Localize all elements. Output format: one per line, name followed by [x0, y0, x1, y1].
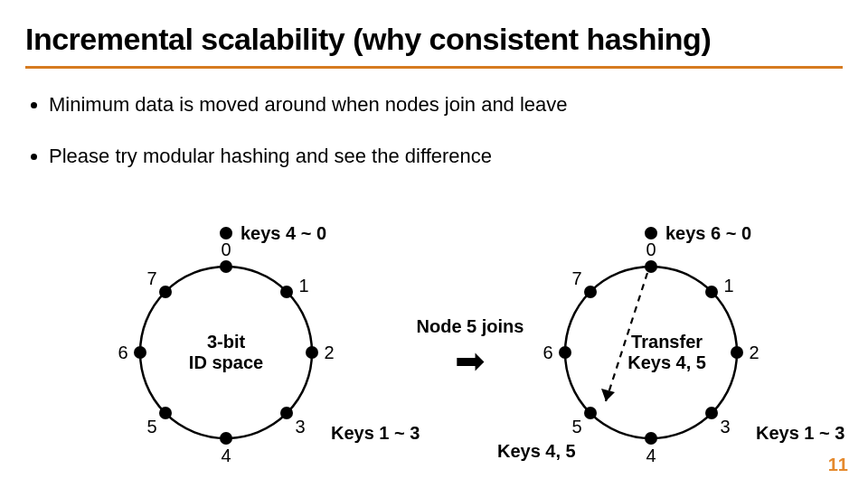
ring-node-label: 1 [298, 276, 308, 296]
ring-node-2 [306, 346, 318, 359]
ring-node-label: 4 [646, 446, 656, 466]
ring-center-label: Transfer Keys 4, 5 [627, 332, 706, 373]
ring-node-label: 0 [221, 239, 231, 260]
ring-node-label: 5 [571, 417, 581, 437]
ring-node-7 [584, 286, 597, 298]
ring-node-label: 6 [542, 343, 552, 363]
callout-side-left: Keys 1 ~ 3 [331, 423, 420, 444]
ring-node-label: 4 [221, 446, 231, 466]
callout-dot [645, 227, 657, 239]
callout-bottom-right: Keys 4, 5 [497, 441, 576, 462]
diagram-area: 3-bit ID space 0 1 2 3 4 5 6 7 keys 4 ~ … [0, 208, 868, 479]
callout-dot [220, 227, 232, 239]
ring-node-6 [134, 346, 146, 359]
title-rule [25, 66, 843, 69]
ring-node-6 [559, 346, 571, 359]
ring-node-label: 2 [324, 343, 334, 363]
callout-side-right: Keys 1 ~ 3 [756, 423, 844, 444]
ring-node-label: 1 [723, 276, 733, 296]
ring-node-7 [159, 286, 172, 298]
ring-node-4 [645, 432, 657, 445]
ring-node-label: 7 [146, 268, 156, 289]
ring-node-0 [645, 260, 657, 273]
ring-center-label: 3-bit ID space [189, 332, 263, 373]
ring-node-0 [220, 260, 232, 273]
page-title: Incremental scalability (why consistent … [25, 22, 843, 57]
ring-node-1 [280, 286, 293, 298]
bullet-item: Please try modular hashing and see the d… [49, 144, 843, 170]
bullet-list: Minimum data is moved around when nodes … [25, 92, 843, 169]
transition-block: Node 5 joins ➡ [398, 316, 542, 379]
ring-before: 3-bit ID space 0 1 2 3 4 5 6 7 [127, 253, 326, 452]
ring-node-3 [705, 407, 718, 419]
ring-node-4 [220, 432, 232, 445]
ring-node-label: 5 [146, 417, 156, 437]
transfer-arrow-head [601, 389, 615, 401]
ring-node-label: 6 [118, 343, 127, 363]
ring-node-2 [731, 346, 743, 359]
page-number: 11 [828, 455, 848, 475]
ring-node-label: 0 [646, 239, 656, 260]
ring-node-label: 3 [720, 417, 730, 437]
ring-node-3 [280, 407, 293, 419]
ring-node-5 [159, 407, 172, 419]
ring-node-label: 3 [295, 417, 305, 437]
ring-node-label: 2 [749, 343, 759, 363]
arrow-right-icon: ➡ [398, 343, 542, 379]
ring-node-label: 7 [571, 268, 581, 289]
callout-top-right: keys 6 ~ 0 [665, 223, 751, 244]
ring-node-5 [584, 407, 597, 419]
bullet-item: Minimum data is moved around when nodes … [49, 92, 843, 118]
callout-top-left: keys 4 ~ 0 [241, 223, 326, 244]
ring-after: Transfer Keys 4, 5 0 1 2 3 4 5 6 7 [552, 253, 750, 452]
ring-node-1 [705, 286, 718, 298]
transition-caption: Node 5 joins [398, 316, 542, 337]
